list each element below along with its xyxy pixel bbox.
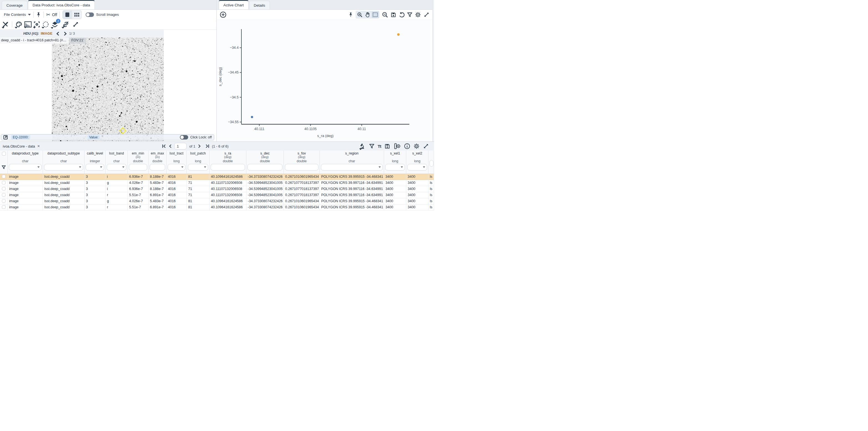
scatter-chart[interactable]: −34.4−34.45−34.5−34.5540.11140.110540.11…: [217, 20, 430, 141]
table-row[interactable]: imagelsst.deep_coadd3g4.026e-75.483e-740…: [0, 180, 434, 186]
column-filter-em_min[interactable]: [129, 164, 147, 171]
coord-readout-label[interactable]: EQ-J2000:: [11, 135, 30, 140]
column-header-dataproduct_subtype[interactable]: dataproduct_subtypechar: [43, 151, 85, 174]
info-icon[interactable]: [404, 143, 410, 149]
last-page-icon[interactable]: [205, 144, 209, 148]
row-checkbox[interactable]: [2, 193, 5, 197]
scroll-images-toggle[interactable]: [86, 12, 94, 17]
scatter-point[interactable]: [251, 116, 253, 118]
value-readout-label[interactable]: Value:: [88, 135, 100, 140]
column-header-lsst_tract[interactable]: lsst_tractlong: [166, 151, 187, 174]
table-cell: 8.188e-7: [149, 174, 166, 180]
column-filter-s_xel1[interactable]: [385, 164, 405, 171]
single-view-icon[interactable]: [63, 10, 72, 19]
file-contents-dropdown[interactable]: File Contents: [4, 12, 26, 17]
table-row[interactable]: imagelsst.deep_coadd3r5.51e-76.891e-7401…: [0, 204, 434, 210]
grid-view-icon[interactable]: [72, 10, 82, 19]
add-column-icon[interactable]: [394, 143, 401, 149]
tab-coverage[interactable]: Coverage: [2, 1, 27, 9]
microscope-icon[interactable]: [360, 143, 366, 149]
expand-icon[interactable]: [72, 21, 79, 28]
pin-icon[interactable]: [348, 12, 353, 18]
column-header-s_xel2[interactable]: s_xel2long: [406, 151, 429, 174]
stretch-histogram-icon[interactable]: [24, 21, 32, 27]
gear-icon[interactable]: [413, 143, 420, 149]
row-checkbox[interactable]: [2, 175, 5, 178]
restore-icon[interactable]: [399, 12, 405, 18]
first-page-icon[interactable]: [162, 144, 166, 148]
pan-hand-icon[interactable]: [364, 11, 371, 18]
column-filter-dataproduct_type[interactable]: [9, 164, 41, 171]
column-header-dataproduct_type[interactable]: dataproduct_typechar: [8, 151, 43, 174]
column-filter-em_max[interactable]: [150, 164, 165, 171]
tools-icon[interactable]: [2, 21, 9, 28]
click-lock-toggle[interactable]: [180, 135, 188, 140]
hdu-prev-icon[interactable]: [56, 32, 59, 36]
tab-data-product[interactable]: Data Product: ivoa.ObsCore - data: [28, 0, 95, 9]
column-header-s_fov[interactable]: s_fov(deg)double: [284, 151, 320, 174]
expand-icon[interactable]: [423, 143, 429, 149]
pin-icon[interactable]: [36, 12, 41, 18]
column-filter-s_xel2[interactable]: [407, 164, 427, 171]
column-filter-s_fov[interactable]: [285, 164, 318, 171]
column-filter-s_region[interactable]: [321, 164, 383, 171]
tab-active-chart[interactable]: Active Chart: [219, 0, 249, 9]
column-header-s_region[interactable]: s_regionchar: [320, 151, 384, 174]
recenter-icon[interactable]: [34, 21, 40, 28]
layers-icon[interactable]: 2: [51, 21, 59, 28]
column-header-s_xel1[interactable]: s_xel1long: [384, 151, 406, 174]
scissors-icon[interactable]: ✂: [46, 12, 51, 18]
column-header-em_max[interactable]: em_max(m)double: [149, 151, 166, 174]
add-chart-icon[interactable]: [220, 11, 226, 18]
row-checkbox[interactable]: [2, 187, 5, 191]
zoom-1x-icon[interactable]: 1X: [382, 12, 388, 18]
unlink-icon[interactable]: [62, 21, 69, 28]
row-checkbox[interactable]: [2, 205, 5, 209]
column-filter-dataproduct_subtype[interactable]: [44, 164, 83, 171]
row-select-cell: [0, 174, 8, 180]
column-filter-s_ra[interactable]: [211, 164, 245, 171]
column-filter-calib_level[interactable]: [86, 164, 104, 171]
column-header-lsst_patch[interactable]: lsst_patchlong: [187, 151, 210, 174]
gear-icon[interactable]: [415, 12, 421, 18]
page-number-input[interactable]: [174, 143, 187, 149]
fits-image[interactable]: [52, 37, 164, 141]
table-row[interactable]: imagelsst.deep_coadd3i6.936e-78.188e-740…: [0, 186, 434, 192]
table-row[interactable]: imagelsst.deep_coadd3r5.51e-76.891e-7401…: [0, 192, 434, 198]
column-header-em_min[interactable]: em_min(m)double: [128, 151, 149, 174]
panel-expand-strip[interactable]: [432, 0, 434, 141]
column-filter-partial[interactable]: [430, 160, 433, 167]
save-icon[interactable]: [391, 12, 396, 18]
filter-row-icon[interactable]: [2, 165, 6, 169]
column-header-partial[interactable]: [429, 151, 434, 174]
column-header-calib_level[interactable]: calib_levelinteger: [85, 151, 105, 174]
filter-icon[interactable]: [407, 12, 412, 18]
tab-details[interactable]: Details: [249, 1, 270, 9]
hdu-next-icon[interactable]: [64, 32, 67, 36]
column-header-s_ra[interactable]: s_ra(deg)double: [210, 151, 246, 174]
select-all-checkbox[interactable]: [2, 152, 6, 155]
column-filter-lsst_tract[interactable]: [168, 164, 185, 171]
next-page-icon[interactable]: [198, 144, 201, 148]
scatter-point[interactable]: [397, 33, 400, 36]
table-row[interactable]: imagelsst.deep_coadd3i6.936e-78.188e-740…: [0, 174, 434, 180]
close-icon[interactable]: ✕: [37, 144, 40, 148]
column-filter-lsst_patch[interactable]: [188, 164, 208, 171]
rect-select-icon[interactable]: [372, 11, 379, 18]
table-row[interactable]: imagelsst.deep_coadd3g4.026e-75.483e-740…: [0, 198, 434, 204]
column-header-s_dec[interactable]: s_dec(deg)double: [246, 151, 284, 174]
expand-icon[interactable]: [424, 12, 430, 18]
filter-icon[interactable]: [369, 143, 374, 149]
column-filter-lsst_band[interactable]: [107, 164, 126, 171]
region-select-icon[interactable]: [42, 21, 49, 28]
row-checkbox[interactable]: [2, 199, 5, 203]
zoom-in-icon[interactable]: [356, 11, 363, 18]
popout-icon[interactable]: [3, 135, 8, 140]
row-checkbox[interactable]: [2, 181, 5, 184]
prev-page-icon[interactable]: [169, 144, 172, 148]
palette-icon[interactable]: [15, 21, 23, 28]
save-icon[interactable]: [384, 143, 390, 149]
column-filter-s_dec[interactable]: [247, 164, 282, 171]
column-header-lsst_band[interactable]: lsst_bandchar: [105, 151, 128, 174]
text-view-icon[interactable]: Tt: [378, 144, 381, 149]
